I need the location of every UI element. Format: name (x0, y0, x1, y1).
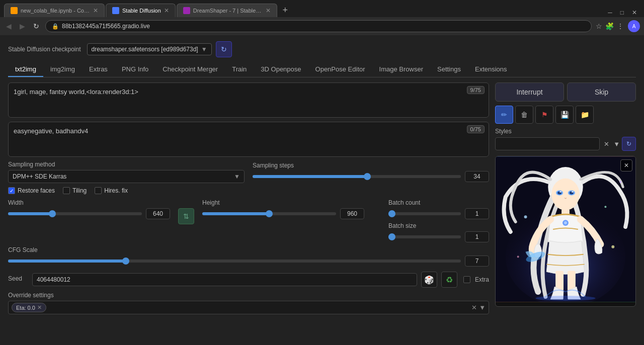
extensions-icon[interactable]: 🧩 (605, 22, 614, 30)
svg-point-19 (611, 245, 614, 248)
interrupt-button[interactable]: Interrupt (495, 82, 564, 102)
styles-input[interactable] (495, 137, 600, 150)
folder-tool-button[interactable]: 📁 (576, 106, 594, 124)
new-tab-button[interactable]: + (278, 3, 292, 17)
save-tool-button[interactable]: 💾 (555, 106, 574, 124)
checkpoint-section: Stable Diffusion checkpoint dreamshaper.… (8, 41, 636, 57)
svg-point-16 (524, 215, 527, 218)
tab-close-colab[interactable]: ✕ (93, 7, 98, 14)
tab-openpose[interactable]: OpenPose Editor (308, 62, 372, 77)
url-text: 88b1382445a71f5665.gradio.live (62, 23, 585, 30)
checkpoint-dropdown[interactable]: dreamshaper.safetensors [ed989d673d] ▼ (87, 43, 212, 55)
sampling-steps-fill (253, 175, 367, 178)
batch-count-value[interactable]: 1 (465, 208, 489, 219)
sampling-steps-thumb[interactable] (364, 173, 371, 180)
cfg-scale-value[interactable]: 7 (465, 255, 489, 267)
width-value[interactable]: 640 (146, 208, 170, 219)
bookmark-icon[interactable]: ☆ (596, 22, 602, 30)
seed-input[interactable] (32, 273, 417, 286)
batch-size-label: Batch size (388, 222, 489, 229)
main-layout: 1girl, mage, fantsy world,<lora:render3d… (8, 82, 636, 314)
width-track (8, 212, 142, 215)
batch-count-slider[interactable] (388, 209, 461, 219)
negative-prompt-box: easynegative, badhandv4 0/75 (8, 122, 489, 157)
reload-button[interactable]: ↻ (31, 21, 41, 31)
trash-tool-button[interactable]: 🗑 (515, 106, 533, 124)
close-window-button[interactable]: ✕ (629, 8, 640, 17)
batch-size-slider[interactable] (388, 232, 461, 242)
tab-close-stable[interactable]: ✕ (164, 7, 169, 14)
browser-menu-icon[interactable]: ⋮ (617, 22, 624, 30)
tab-pnginfo[interactable]: PNG Info (115, 62, 155, 77)
tab-close-dreamshaper[interactable]: ✕ (266, 7, 271, 14)
styles-refresh-button[interactable]: ↻ (622, 137, 636, 151)
tab-extras[interactable]: Extras (82, 62, 115, 77)
seed-row: Seed 🎲 ♻ Extra (8, 272, 489, 288)
pencil-tool-button[interactable]: ✏ (495, 106, 513, 124)
forward-button[interactable]: ▶ (18, 21, 27, 31)
batch-size-value[interactable]: 1 (465, 231, 489, 242)
checkpoint-refresh-button[interactable]: ↻ (216, 41, 232, 57)
generated-image-container: ✕ (495, 156, 636, 307)
width-thumb[interactable] (49, 210, 56, 217)
svg-point-21 (535, 296, 595, 301)
flag-tool-button[interactable]: ⚑ (535, 106, 553, 124)
height-slider[interactable] (202, 209, 336, 219)
batch-count-track (388, 212, 461, 215)
cfg-scale-slider[interactable] (8, 256, 461, 266)
minimize-button[interactable]: ─ (605, 8, 615, 17)
eta-chip-close-icon[interactable]: ✕ (37, 304, 42, 311)
tab-extensions[interactable]: Extensions (468, 62, 514, 77)
width-slider[interactable] (8, 209, 142, 219)
styles-chevron-icon[interactable]: ▼ (613, 140, 620, 148)
skip-button[interactable]: Skip (567, 82, 636, 102)
tab-label-colab: new_colab_file.ipynb - Colabora... (21, 8, 90, 14)
lock-icon: 🔒 (52, 23, 59, 30)
negative-prompt-input[interactable]: easynegative, badhandv4 (9, 122, 489, 155)
batch-count-thumb[interactable] (388, 210, 395, 217)
restore-faces-checkbox[interactable]: ✓ Restore faces (8, 187, 55, 194)
tiling-checkbox-box (63, 187, 70, 194)
svg-point-12 (564, 221, 567, 224)
tab-colab[interactable]: new_colab_file.ipynb - Colabora... ✕ (4, 4, 105, 17)
seed-dice-button[interactable]: 🎲 (421, 272, 437, 288)
seed-recycle-button[interactable]: ♻ (441, 272, 457, 288)
positive-token-count: 9/75 (467, 86, 485, 94)
sampling-method-dropdown[interactable]: DPM++ SDE Karras ▼ (8, 170, 245, 183)
sampling-steps-track (253, 175, 461, 178)
cfg-scale-slider-row: 7 (8, 255, 489, 267)
extra-checkbox[interactable]: Extra (463, 276, 489, 283)
height-value[interactable]: 960 (340, 208, 364, 219)
hires-fix-checkbox[interactable]: Hires. fix (95, 187, 128, 194)
tab-stable[interactable]: Stable Diffusion ✕ (106, 4, 176, 17)
svg-point-17 (604, 206, 606, 208)
tab-txt2img[interactable]: txt2img (8, 62, 43, 77)
styles-clear-icon[interactable]: ✕ (602, 138, 611, 150)
tab-imagebrowser[interactable]: Image Browser (372, 62, 430, 77)
image-close-button[interactable]: ✕ (620, 159, 632, 171)
negative-token-count: 0/75 (467, 125, 485, 133)
sampling-steps-value[interactable]: 34 (465, 171, 489, 182)
maximize-button[interactable]: □ (617, 8, 627, 17)
profile-avatar[interactable]: A (628, 20, 640, 32)
tab-img2img[interactable]: img2img (43, 62, 82, 77)
override-clear-icon[interactable]: ✕ (471, 304, 477, 311)
override-input-row[interactable]: Eta: 0.0 ✕ ✕ ▼ (8, 301, 489, 314)
batch-size-thumb[interactable] (388, 233, 395, 240)
back-button[interactable]: ◀ (4, 21, 14, 31)
swap-dimensions-button[interactable]: ⇅ (178, 208, 194, 224)
sampling-steps-slider[interactable] (253, 171, 461, 182)
cfg-scale-thumb[interactable] (122, 257, 129, 265)
tab-checkpoint-merger[interactable]: Checkpoint Merger (155, 62, 225, 77)
positive-prompt-input[interactable]: 1girl, mage, fantsy world,<lora:render3d… (9, 83, 489, 116)
tab-3dopenpose[interactable]: 3D Openpose (254, 62, 308, 77)
tab-dreamshaper[interactable]: DreamShaper - 7 | Stable Diffusio... ✕ (177, 4, 277, 17)
restore-faces-checkbox-box: ✓ (8, 187, 15, 194)
tab-settings[interactable]: Settings (430, 62, 468, 77)
url-bar[interactable]: 🔒 88b1382445a71f5665.gradio.live (45, 20, 592, 32)
height-thumb[interactable] (266, 210, 273, 217)
tiling-checkbox[interactable]: Tiling (63, 187, 87, 194)
tab-train[interactable]: Train (225, 62, 254, 77)
override-chevron-icon[interactable]: ▼ (479, 304, 486, 311)
tab-favicon-dreamshaper (183, 7, 190, 14)
